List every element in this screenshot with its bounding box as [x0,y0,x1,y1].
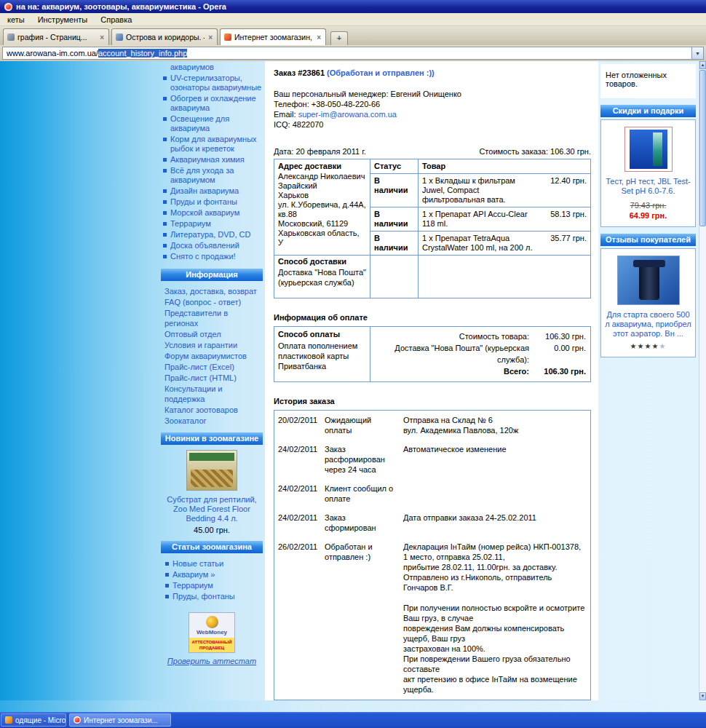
delivery-method-section: Способ доставки Доставка "Нова Пошта" (к… [274,255,370,290]
close-tab-icon[interactable]: × [316,33,322,41]
favicon-icon [116,33,123,41]
full-stars-icon: ★★★★ [630,342,659,350]
info-link[interactable]: Представители в регионах [164,308,263,328]
address-header: Адрес доставки [278,162,366,170]
sidebar-link[interactable]: UV-стерилизаторы, озонаторы аквариумные [170,74,263,92]
aerator-product-image[interactable] [617,256,680,305]
substrate-product-image[interactable] [186,450,237,491]
opera-icon [4,3,12,11]
delivery-method-header: Способ доставки [278,257,366,266]
info-link[interactable]: Заказ, доставка, возврат [164,286,263,296]
sidebar-link[interactable]: аквариумов [170,63,214,72]
sidebar-header-articles: Статьи зоомагазина [161,541,263,553]
history-date: 24/02/2011 [274,511,321,534]
article-link[interactable]: Новые статьи [172,559,223,569]
bullet-icon [163,76,167,80]
webmoney-brand: WebMoney [189,629,234,636]
article-link[interactable]: Террариум [172,581,213,590]
sidebar-link[interactable]: Освещение для аквариума [170,114,263,133]
payment-label: Стоимость товара: [459,331,529,342]
close-tab-icon[interactable]: × [207,33,213,41]
info-link[interactable]: Прайс-лист (Excel) [164,362,263,372]
sidebar-link[interactable]: Дизайн аквариума [170,186,239,196]
info-link[interactable]: Оптовый отдел [164,329,263,339]
scrollbar-thumb[interactable] [699,70,706,226]
sidebar-link[interactable]: Террариум [170,219,211,229]
sidebar-link[interactable]: Аквариумная химия [170,155,245,165]
webmoney-verify-link[interactable]: Проверить аттестат [161,657,263,665]
sidebar-link[interactable]: Обогрев и охлаждение аквариума [170,94,263,113]
sidebar-link[interactable]: Корм для аквариумных рыбок и креветок [170,135,263,154]
sidebar-link[interactable]: Всё для ухода за аквариумом [170,166,263,185]
bullet-icon [163,222,167,226]
url-selected-path: account_history_info.php [98,49,187,58]
history-description [400,482,590,505]
new-tab-button[interactable]: + [330,31,348,45]
new-product-price: 45.00 грн. [162,526,261,534]
sidebar-link[interactable]: Литература, DVD, CD [170,230,251,240]
discount-product-link[interactable]: Тест, pH тест, JBL Test-Set pH 6.0-7.6. [605,177,691,196]
sidebar-link[interactable]: Доска объявлений [170,241,239,250]
sidebar-link[interactable]: Пруды и фонтаны [170,197,237,207]
taskbar-button-opera[interactable]: Интернет зоомагази... [69,713,171,727]
info-link[interactable]: Форум аквариумистов [164,351,263,361]
review-link[interactable]: Для старта своего 500 л аквариума, приоб… [605,310,691,339]
address-line: Московский, 61129 [278,219,366,229]
item-name: 1 x Препарат TetraAqua CrystalWater 100 … [419,232,538,255]
menu-item-tools[interactable]: Инструменты [38,15,88,24]
window-titlebar[interactable]: на на: аквариум, зоотовары, аквариумисти… [0,0,706,13]
page-viewport: аквариумов UV-стерилизаторы, озонаторы а… [0,61,706,700]
bullet-icon [165,562,169,566]
article-link[interactable]: Аквариум » [172,570,215,579]
email-link[interactable]: super-im@arowana.com.ua [298,110,397,119]
email-line: Email: super-im@arowana.com.ua [274,109,591,119]
history-date: 24/02/2011 [274,443,321,476]
opera-browser-window: на на: аквариум, зоотовары, аквариумисти… [0,0,706,728]
scroll-down-icon[interactable]: ▼ [699,692,706,700]
sidebar-link[interactable]: Морской аквариум [170,208,239,218]
sidebar-item: Доска объявлений [161,240,263,251]
info-link[interactable]: Каталог зоотоваров [164,405,263,415]
history-status: Клиент сообщил о оплате [321,482,400,505]
vertical-scrollbar[interactable]: ▲ ▼ [699,61,706,700]
menu-item-bookmarks[interactable]: кеты [7,15,25,24]
order-title: Заказ #23861 [274,68,325,77]
menu-item-help[interactable]: Справка [100,15,132,24]
info-link[interactable]: FAQ (вопрос - ответ) [164,297,263,307]
right-sidebar: Нет отложенных товаров. Скидки и подарки… [598,61,697,700]
item-name: 1 x Препарат API Accu-Clear 118 ml. [419,207,538,231]
item-price: 12.40 грн. [538,174,590,207]
jbl-test-product-image[interactable] [624,127,673,172]
sidebar-link[interactable]: Снято с продажи! [170,252,236,261]
phone-line: Телефон: +38-050-48-220-66 [274,99,591,109]
bullet-icon [163,244,167,248]
item-price: 58.13 грн. [538,207,590,231]
webmoney-block: WebMoney АТТЕСТОВАННЫЙ ПРОДАВЕЦ Проверит… [161,612,263,665]
sidebar-item: Пруды и фонтаны [161,197,263,207]
taskbar-button-label: одящие - Microsof... [15,716,66,724]
order-item-row: В наличии 1 x Препарат API Accu-Clear 11… [370,207,590,232]
taskbar-button-outlook[interactable]: одящие - Microsof... [1,713,66,727]
scroll-up-icon[interactable]: ▲ [699,61,706,69]
new-product-link[interactable]: Субстрат для рептилий, Zoo Med Forest Fl… [162,495,261,523]
bullet-icon [163,97,167,100]
info-link[interactable]: Условия и гарантии [164,340,263,350]
tab-2[interactable]: Острова и коридоры. -... × [111,28,218,45]
info-link[interactable]: Зоокаталог [164,416,263,426]
article-link[interactable]: Пруды, фонтаны [172,592,235,601]
info-link[interactable]: Прайс-лист (HTML) [164,373,263,383]
reviews-header: Отзывы покупателей [600,234,696,246]
address-line: Харьков [278,191,366,200]
webmoney-attestation-label: АТТЕСТОВАННЫЙ ПРОДАВЕЦ [189,638,234,652]
item-status: В наличии [370,207,419,231]
scrollbar-track[interactable] [699,227,706,692]
item-status: В наличии [370,232,419,255]
tab-3-active[interactable]: Интернет зоомагазин, ... × [220,28,326,45]
address-input[interactable]: www.arowana-im.com.ua/account_history_in… [2,47,692,60]
delivery-table: Адрес доставки Александр Николаевич Зара… [274,159,591,298]
tab-1[interactable]: графия - Страниц... × [3,28,109,45]
info-link[interactable]: Консультации и поддержка [164,384,263,404]
address-dropdown-icon[interactable]: ▼ [692,47,704,60]
close-tab-icon[interactable]: × [99,33,105,41]
payment-row: Стоимость товара: 106.30 грн. [375,331,586,342]
